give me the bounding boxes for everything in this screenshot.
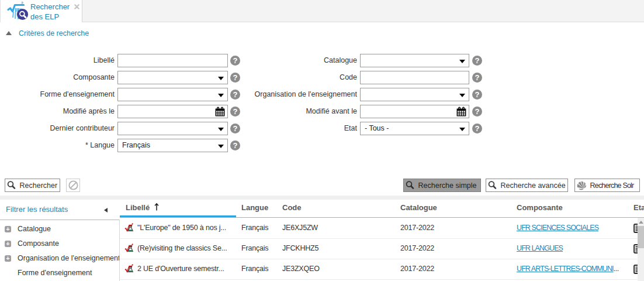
svg-text:2: 2 xyxy=(21,1,23,6)
